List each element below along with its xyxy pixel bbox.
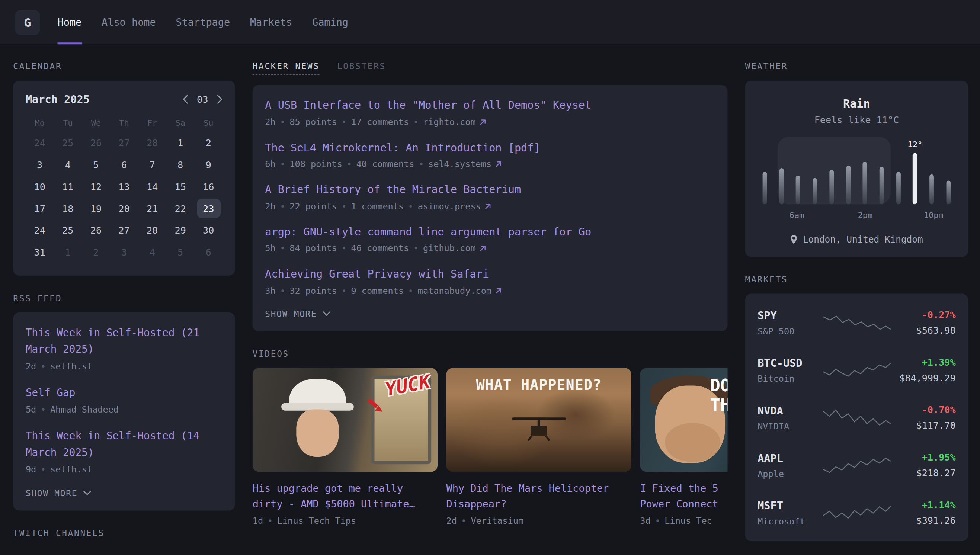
- story-comments-link[interactable]: 40 comments: [356, 159, 414, 169]
- calendar-controls: 03: [182, 94, 223, 105]
- news-show-more-button[interactable]: SHOW MORE: [265, 308, 715, 318]
- market-row-btc-usd[interactable]: BTC-USDBitcoin +1.39%$84,999.29: [757, 354, 956, 386]
- dashboard-page: G Home Also home Startpage Markets Gamin…: [0, 0, 980, 555]
- calendar-day: 6: [194, 241, 223, 263]
- sparkline-chart: [822, 502, 891, 523]
- separator-dot: •: [408, 285, 413, 295]
- nav-tab-startpage[interactable]: Startpage: [176, 0, 230, 44]
- market-ticker: MSFT: [757, 499, 822, 512]
- video-thumbnail[interactable]: DO TH: [640, 368, 727, 472]
- video-thumbnail[interactable]: YUCK: [253, 368, 438, 472]
- market-row-msft[interactable]: MSFTMicrosoft +1.14%$391.26: [757, 496, 956, 529]
- nav-tab-markets[interactable]: Markets: [250, 0, 292, 44]
- weather-bar: [929, 175, 934, 205]
- story-domain-link[interactable]: matanabudy.com: [418, 285, 502, 295]
- weekday-label: Th: [110, 113, 138, 132]
- video-meta: 1d•Linus Tech Tips: [253, 515, 438, 525]
- rss-show-more-button[interactable]: SHOW MORE: [26, 488, 223, 498]
- hour-label: 2pm: [858, 210, 873, 220]
- calendar-day: 27: [110, 132, 138, 154]
- weather-bar: [829, 170, 834, 204]
- story-domain-link[interactable]: github.com: [423, 243, 486, 253]
- story-comments-link[interactable]: 9 comments: [351, 285, 404, 295]
- rss-item-time: 9d: [26, 464, 36, 474]
- weekday-label: Mo: [26, 113, 54, 132]
- story-domain-link[interactable]: righto.com: [423, 116, 486, 127]
- story-title[interactable]: A USB Interface to the "Mother of All De…: [265, 98, 715, 114]
- rss-item-title[interactable]: This Week in Self-Hosted (14 March 2025): [26, 428, 223, 461]
- weather-bar: [896, 172, 901, 204]
- weather-section-label: WEATHER: [745, 61, 969, 71]
- video-channel: Veritasium: [471, 515, 524, 525]
- prev-month-button[interactable]: [182, 95, 188, 104]
- center-column: HACKER NEWS LOBSTERS A USB Interface to …: [253, 61, 728, 547]
- story-time: 5h: [265, 243, 275, 253]
- hour-label: 10pm: [924, 210, 943, 220]
- calendar-widget: March 2025 03 Mo Tu We Th Fr Sa Su: [13, 81, 235, 276]
- video-thumbnail[interactable]: WHAT HAPPENED?: [446, 368, 631, 472]
- story-time: 3h: [265, 285, 275, 295]
- next-month-button[interactable]: [217, 95, 223, 104]
- calendar-month-title: March 2025: [26, 93, 90, 106]
- video-channel: Linus Tec: [664, 515, 712, 525]
- story-title[interactable]: A Brief History of the Miracle Bacterium: [265, 182, 715, 198]
- video-title-line: Power Connect: [640, 498, 718, 510]
- video-title[interactable]: I Fixed the 5Power Connect: [640, 480, 727, 512]
- markets-widget: SPYS&P 500 -0.27%$563.98 BTC-USDBitcoin …: [745, 294, 969, 541]
- calendar-day: 22: [166, 197, 194, 220]
- nav-tab-gaming[interactable]: Gaming: [312, 0, 348, 44]
- separator-dot: •: [268, 515, 273, 525]
- market-row-nvda[interactable]: NVDANVIDIA -0.70%$117.70: [757, 401, 956, 434]
- nav-tabs: Home Also home Startpage Markets Gaming: [58, 0, 348, 44]
- market-name: Bitcoin: [757, 374, 822, 383]
- story-comments-link[interactable]: 1 comments: [351, 201, 404, 211]
- weather-bar: [763, 172, 767, 204]
- videos-row: YUCK His upgrade got me reallydirty - AM…: [253, 368, 728, 526]
- story-comments-link[interactable]: 17 comments: [351, 116, 409, 127]
- video-title[interactable]: Why Did The Mars HelicopterDisappear?: [446, 480, 631, 512]
- market-price: $84,999.29: [891, 372, 956, 383]
- rss-item-title[interactable]: This Week in Self-Hosted (21 March 2025): [26, 325, 223, 358]
- sparkline-chart: [822, 359, 891, 380]
- story-domain-link[interactable]: asimov.press: [418, 201, 492, 211]
- video-meta: 2d•Veritasium: [446, 515, 631, 525]
- story-title[interactable]: Achieving Great Privacy with Safari: [265, 266, 715, 282]
- nav-tab-also-home[interactable]: Also home: [101, 0, 156, 44]
- story-points: 22 points: [289, 201, 337, 211]
- app-logo: G: [15, 10, 40, 35]
- calendar-day: 24: [26, 132, 54, 154]
- sparkline-chart: [822, 312, 891, 333]
- story-title[interactable]: The SeL4 Microkernel: An Introduction [p…: [265, 140, 715, 156]
- tab-lobsters[interactable]: LOBSTERS: [337, 61, 386, 74]
- video-title[interactable]: His upgrade got me reallydirty - AMD $50…: [253, 480, 438, 512]
- rss-item-title[interactable]: Self Gap: [26, 385, 223, 401]
- market-row-aapl[interactable]: AAPLApple +1.95%$218.27: [757, 449, 956, 481]
- weather-bar: [863, 162, 867, 204]
- weather-bar: [779, 168, 784, 204]
- story-comments-link[interactable]: 46 comments: [351, 243, 409, 253]
- calendar-day: 26: [82, 220, 110, 241]
- story-meta: 3h•32 points•9 comments•matanabudy.com: [265, 285, 715, 295]
- tab-hacker-news[interactable]: HACKER NEWS: [253, 61, 319, 75]
- separator-dot: •: [40, 464, 46, 474]
- weather-location: London, United Kingdom: [757, 234, 956, 244]
- calendar-day: 12: [82, 176, 110, 197]
- story-domain-link[interactable]: sel4.systems: [428, 159, 502, 169]
- story-title[interactable]: argp: GNU-style command line argument pa…: [265, 224, 715, 240]
- calendar-day: 25: [54, 132, 82, 154]
- rss-item: Self Gap 5d•Ahmad Shadeed: [26, 385, 223, 415]
- story-meta: 5h•84 points•46 comments•github.com: [265, 243, 715, 253]
- story-points: 32 points: [289, 285, 337, 295]
- external-link-icon: [495, 287, 502, 294]
- story-time: 2h: [265, 201, 275, 211]
- market-row-spy[interactable]: SPYS&P 500 -0.27%$563.98: [757, 306, 956, 338]
- market-ticker: SPY: [757, 309, 822, 322]
- video-title-line: dirty - AMD $5000 Ultimate…: [253, 498, 415, 510]
- video-time: 2d: [446, 515, 457, 525]
- rss-item-time: 5d: [26, 404, 36, 414]
- video-title-line: Why Did The Mars Helicopter: [446, 482, 609, 494]
- video-time: 3d: [640, 515, 650, 525]
- rss-section-label: RSS FEED: [13, 293, 235, 303]
- nav-tab-home[interactable]: Home: [58, 0, 82, 44]
- separator-dot: •: [280, 159, 285, 169]
